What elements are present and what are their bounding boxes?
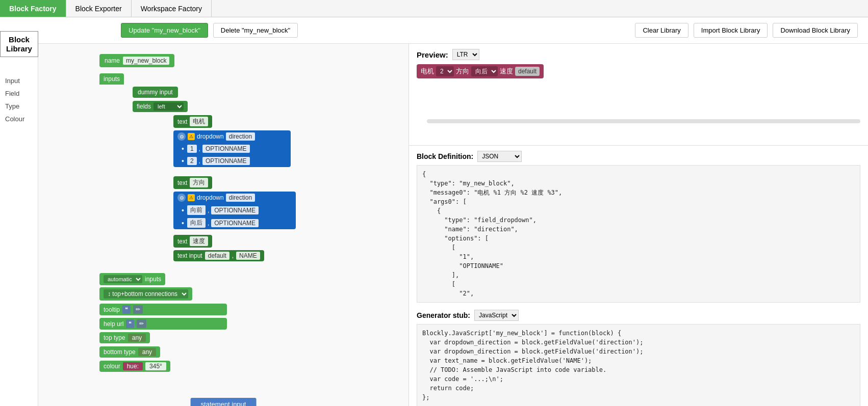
fields-label: fields — [137, 103, 151, 110]
generator-stub-code: Blockly.JavaScript['my_new_block'] = fun… — [417, 324, 860, 406]
statement-input-label: statement input — [191, 398, 257, 406]
dropdown2-block: ⚙ ⚠ dropdown direction • 向前 , OPTIONNAME… — [173, 192, 296, 229]
delete-button[interactable]: Delete "my_new_block" — [213, 23, 298, 38]
update-button[interactable]: Update "my_new_block" — [121, 23, 208, 38]
auto-inputs-block: automatic inputs — [99, 273, 165, 285]
top-type-label: top type — [104, 334, 125, 341]
option2-val[interactable]: OPTIONNAME — [202, 157, 250, 165]
preview-scrollbar[interactable] — [427, 119, 860, 123]
connections-dropdown[interactable]: ↕ top+bottom connections — [104, 289, 188, 299]
name-block: name my_new_block — [99, 54, 174, 67]
bottom-type-value[interactable]: any — [138, 348, 156, 356]
preview-input-field[interactable]: default — [515, 67, 540, 76]
right-panel: Preview: LTRRTL 电机 21 方向 向后向前 速度 d — [409, 44, 868, 406]
text-label-2: text — [177, 179, 187, 186]
clear-library-button[interactable]: Clear Library — [635, 23, 688, 38]
preview-label-2: 方向 — [456, 67, 469, 76]
text-label-3: text — [177, 238, 187, 245]
tab-workspace-factory[interactable]: Workspace Factory — [132, 0, 212, 17]
text-block-2: text 方向 — [173, 176, 212, 189]
download-block-button[interactable]: Download Block Library — [773, 23, 858, 38]
dropdown2-name[interactable]: direction — [226, 194, 255, 202]
preview-area: Preview: LTRRTL 电机 21 方向 向后向前 速度 d — [409, 44, 868, 146]
option2-key[interactable]: 2 — [187, 157, 197, 165]
help-url-block: help url ❝ ✏ — [99, 318, 227, 330]
hue-value[interactable]: 345° — [145, 362, 166, 370]
main: Block Library Input Field Type Colour na… — [0, 44, 868, 406]
sidebar-item-type[interactable]: Type — [0, 100, 38, 113]
sidebar-item-field[interactable]: Field — [0, 87, 38, 100]
generator-language-select[interactable]: JavaScript — [474, 310, 519, 321]
help-url-edit-btn[interactable]: ✏ — [137, 319, 146, 328]
preview-block: 电机 21 方向 向后向前 速度 default — [417, 64, 860, 78]
preview-direction-select[interactable]: LTRRTL — [452, 49, 479, 60]
block-library-label[interactable]: Block Library — [0, 31, 38, 57]
import-library-button[interactable]: Import Block Library — [694, 23, 768, 38]
gear-icon-2[interactable]: ⚙ — [177, 194, 186, 202]
tooltip-block: tooltip ❝ ✏ — [99, 304, 227, 315]
generator-stub-title: Generator stub: — [417, 311, 470, 319]
warn-icon-1: ⚠ — [188, 133, 195, 140]
option1-val[interactable]: OPTIONNAME — [202, 145, 250, 153]
sidebar-item-input[interactable]: Input — [0, 74, 38, 87]
preview-label-3: 速度 — [500, 67, 513, 76]
sidebar-item-colour[interactable]: Colour — [0, 113, 38, 125]
block-definition-format-select[interactable]: JSONJavaScript — [477, 151, 522, 162]
text-input-name[interactable]: NAME — [236, 252, 260, 260]
tooltip-edit-btn[interactable]: ✏ — [133, 305, 143, 314]
automatic-dropdown[interactable]: automatic — [104, 275, 142, 283]
block-definition-header: Block Definition: JSONJavaScript — [417, 151, 860, 162]
top-nav: Block Factory Block Exporter Workspace F… — [0, 0, 868, 17]
block-definition-code: { "type": "my_new_block", "message0": "电… — [417, 165, 860, 303]
canvas-area: name my_new_block inputs dummy input fie… — [38, 44, 409, 406]
inputs-label: inputs — [104, 75, 120, 83]
name-value[interactable]: my_new_block — [123, 57, 169, 65]
dropdown2-label: dropdown — [197, 194, 224, 201]
text-input-block: text input default , NAME — [173, 250, 264, 261]
tab-block-exporter[interactable]: Block Exporter — [66, 0, 132, 17]
bottom-type-block: bottom type any — [99, 346, 160, 358]
hue-label-inner: hue: — [123, 362, 143, 370]
text-value-2[interactable]: 方向 — [190, 178, 208, 187]
dropdown1-block: ⚙ ⚠ dropdown direction • 1 , OPTIONNAME … — [173, 130, 291, 167]
dropdown1-name[interactable]: direction — [226, 132, 255, 141]
name-label: name — [105, 57, 120, 64]
option4-val[interactable]: OPTIONNAME — [211, 219, 259, 227]
block-definition-title: Block Definition: — [417, 152, 473, 160]
top-type-value[interactable]: any — [128, 334, 146, 342]
text-input-label: text input — [177, 252, 202, 259]
option1-key[interactable]: 1 — [187, 145, 197, 153]
connections-block: ↕ top+bottom connections — [99, 287, 192, 301]
colour-label: colour — [104, 363, 120, 370]
gear-icon-1[interactable]: ⚙ — [177, 132, 186, 141]
text-input-default[interactable]: default — [205, 252, 229, 260]
block-factory-canvas: name my_new_block inputs dummy input fie… — [38, 44, 409, 406]
preview-header: Preview: LTRRTL — [417, 49, 860, 60]
dummy-input-label: dummy input — [138, 89, 173, 96]
option3-val[interactable]: OPTIONNAME — [211, 206, 259, 214]
preview-dropdown-1[interactable]: 21 — [436, 66, 454, 76]
help-url-label: help url — [104, 320, 123, 328]
tooltip-label: tooltip — [104, 306, 120, 313]
help-url-quote-btn[interactable]: ❝ — [126, 319, 134, 328]
text-block-1: text 电机 — [173, 115, 212, 128]
text-label-1: text — [177, 118, 187, 125]
option4-key[interactable]: 向后 — [187, 218, 206, 228]
tab-block-factory[interactable]: Block Factory — [0, 0, 66, 17]
preview-title: Preview: — [417, 50, 448, 59]
tooltip-quote-btn[interactable]: ❝ — [122, 305, 131, 314]
preview-label-1: 电机 — [421, 67, 434, 76]
bullet-4: • — [182, 219, 184, 227]
text-value-3[interactable]: 速度 — [190, 236, 208, 246]
bottom-type-label: bottom type — [104, 348, 136, 356]
generator-stub-header: Generator stub: JavaScript — [417, 310, 860, 321]
bullet-3: • — [182, 206, 184, 214]
option3-key[interactable]: 向前 — [187, 205, 206, 215]
preview-dropdown-2[interactable]: 向后向前 — [471, 66, 498, 76]
bullet-2: • — [182, 157, 184, 165]
dummy-input-block: dummy input — [133, 87, 178, 98]
fields-align-dropdown[interactable]: leftrightcenter — [154, 102, 184, 111]
toolbar: Update "my_new_block" Delete "my_new_blo… — [0, 17, 868, 44]
top-type-block: top type any — [99, 332, 150, 343]
text-value-1[interactable]: 电机 — [190, 117, 208, 126]
